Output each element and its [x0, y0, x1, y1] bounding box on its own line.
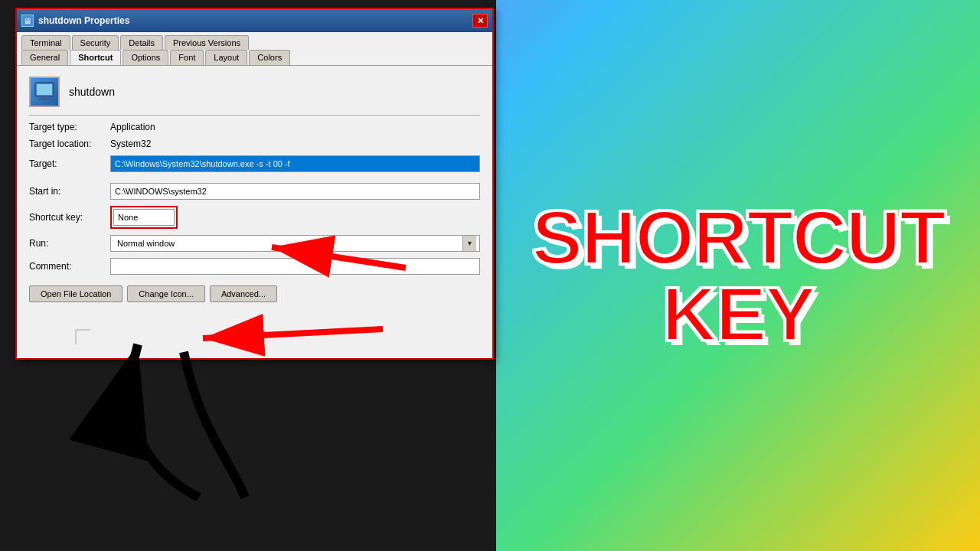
comment-row: Comment:: [29, 258, 480, 275]
target-location-value: System32: [110, 139, 151, 149]
start-in-label: Start in:: [29, 186, 106, 197]
shortcut-key-highlight: [110, 206, 178, 229]
tab-options[interactable]: Options: [122, 50, 168, 65]
run-label: Run:: [29, 238, 106, 249]
close-button[interactable]: ✕: [472, 14, 488, 28]
target-location-label: Target location:: [29, 139, 106, 149]
run-select-arrow[interactable]: ▼: [462, 236, 476, 251]
tab-layout[interactable]: Layout: [205, 50, 247, 65]
advanced-button[interactable]: Advanced...: [210, 285, 277, 302]
title-bar: 🖥 shutdown Properties ✕: [17, 9, 492, 32]
svg-rect-2: [41, 96, 47, 99]
app-icon: [29, 77, 60, 107]
shortcut-key-label: Shortcut key:: [29, 212, 106, 223]
shortcut-key-input[interactable]: [113, 209, 175, 226]
svg-rect-3: [38, 99, 51, 100]
dialog-icon: 🖥: [21, 15, 34, 27]
title-bar-left: 🖥 shutdown Properties: [21, 15, 129, 27]
tabs-area: Terminal Security Details Previous Versi…: [17, 32, 492, 65]
run-row: Run: Normal window ▼: [29, 235, 480, 252]
target-type-value: Application: [110, 122, 155, 132]
target-type-row: Target type: Application: [29, 122, 480, 132]
dialog-content: shutdown Target type: Application Target…: [17, 65, 492, 358]
action-buttons: Open File Location Change Icon... Advanc…: [29, 285, 480, 302]
tab-font[interactable]: Font: [170, 50, 204, 65]
target-input[interactable]: [110, 155, 480, 172]
tab-general[interactable]: General: [21, 50, 68, 65]
separator-1: [29, 115, 480, 116]
tab-details[interactable]: Details: [120, 35, 163, 50]
cursor-indicator: [75, 329, 90, 344]
start-in-input[interactable]: [110, 183, 480, 200]
start-in-row: Start in:: [29, 183, 480, 200]
comment-input[interactable]: [110, 258, 480, 275]
target-location-row: Target location: System32: [29, 139, 480, 149]
app-name: shutdown: [69, 86, 115, 98]
shortcut-text-line1: SHORTCUT: [531, 199, 945, 276]
open-file-location-button[interactable]: Open File Location: [29, 285, 122, 302]
tab-security[interactable]: Security: [72, 35, 119, 50]
shortcut-text-line2: KEY: [531, 276, 945, 352]
tab-shortcut[interactable]: Shortcut: [70, 50, 121, 65]
tabs-row-2: General Shortcut Options Font Layout Col…: [21, 50, 488, 65]
target-type-label: Target type:: [29, 122, 106, 132]
app-header: shutdown: [29, 77, 480, 107]
shortcut-key-overlay-text: SHORTCUT KEY: [531, 199, 945, 352]
tab-colors[interactable]: Colors: [249, 50, 290, 65]
target-label: Target:: [29, 158, 106, 169]
run-select-value: Normal window: [114, 237, 462, 249]
svg-rect-1: [37, 84, 52, 95]
tab-previous-versions[interactable]: Previous Versions: [165, 35, 249, 50]
dialog-title: shutdown Properties: [38, 15, 129, 26]
shortcut-key-row: Shortcut key:: [29, 206, 480, 229]
bottom-area: [29, 305, 480, 347]
properties-dialog: 🖥 shutdown Properties ✕ Terminal Securit…: [15, 8, 494, 360]
change-icon-button[interactable]: Change Icon...: [127, 285, 205, 302]
right-panel: SHORTCUT KEY: [496, 0, 980, 551]
run-select[interactable]: Normal window ▼: [110, 235, 480, 252]
comment-label: Comment:: [29, 261, 106, 272]
tab-terminal[interactable]: Terminal: [21, 35, 70, 50]
target-row: Target:: [29, 155, 480, 172]
tabs-row-1: Terminal Security Details Previous Versi…: [21, 35, 488, 50]
